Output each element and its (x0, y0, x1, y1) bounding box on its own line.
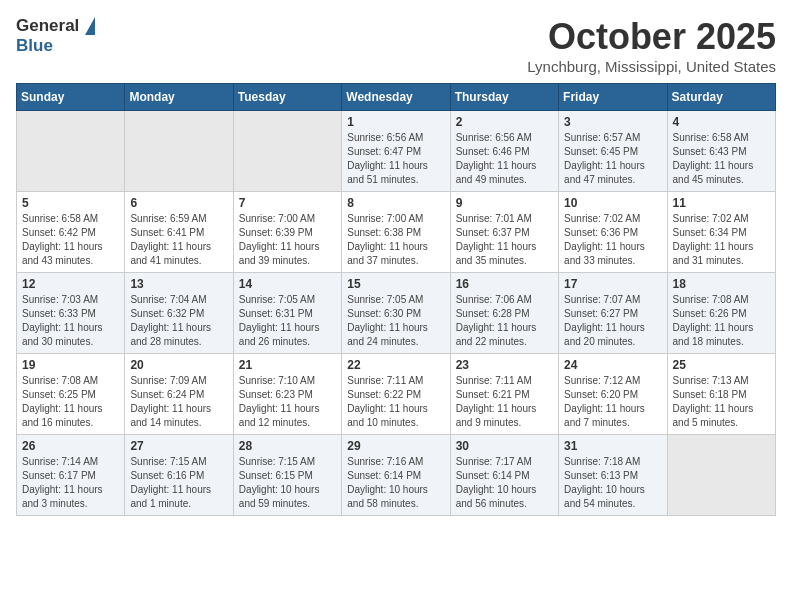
day-number: 2 (456, 115, 553, 129)
cell-info: Sunset: 6:21 PM (456, 388, 553, 402)
cell-info: Daylight: 11 hours and 14 minutes. (130, 402, 227, 430)
cell-info: Sunrise: 7:15 AM (130, 455, 227, 469)
calendar-week-row: 12Sunrise: 7:03 AMSunset: 6:33 PMDayligh… (17, 273, 776, 354)
calendar-table: SundayMondayTuesdayWednesdayThursdayFrid… (16, 83, 776, 516)
calendar-cell (667, 435, 775, 516)
cell-info: Sunset: 6:16 PM (130, 469, 227, 483)
cell-info: Sunrise: 7:14 AM (22, 455, 119, 469)
calendar-cell: 17Sunrise: 7:07 AMSunset: 6:27 PMDayligh… (559, 273, 667, 354)
calendar-cell: 29Sunrise: 7:16 AMSunset: 6:14 PMDayligh… (342, 435, 450, 516)
calendar-cell: 22Sunrise: 7:11 AMSunset: 6:22 PMDayligh… (342, 354, 450, 435)
cell-info: Sunrise: 7:13 AM (673, 374, 770, 388)
calendar-cell: 20Sunrise: 7:09 AMSunset: 6:24 PMDayligh… (125, 354, 233, 435)
cell-info: Sunrise: 7:08 AM (673, 293, 770, 307)
cell-info: Sunset: 6:18 PM (673, 388, 770, 402)
cell-info: Sunset: 6:15 PM (239, 469, 336, 483)
cell-info: Sunrise: 7:17 AM (456, 455, 553, 469)
logo-triangle-icon (85, 17, 95, 35)
cell-info: Daylight: 11 hours and 1 minute. (130, 483, 227, 511)
cell-info: Sunrise: 7:12 AM (564, 374, 661, 388)
cell-info: Sunrise: 7:05 AM (239, 293, 336, 307)
day-number: 8 (347, 196, 444, 210)
calendar-cell: 14Sunrise: 7:05 AMSunset: 6:31 PMDayligh… (233, 273, 341, 354)
day-number: 19 (22, 358, 119, 372)
cell-info: Sunrise: 7:18 AM (564, 455, 661, 469)
weekday-header: Thursday (450, 84, 558, 111)
calendar-cell: 6Sunrise: 6:59 AMSunset: 6:41 PMDaylight… (125, 192, 233, 273)
cell-info: Daylight: 11 hours and 49 minutes. (456, 159, 553, 187)
cell-info: Sunset: 6:30 PM (347, 307, 444, 321)
day-number: 20 (130, 358, 227, 372)
cell-info: Daylight: 10 hours and 59 minutes. (239, 483, 336, 511)
cell-info: Sunrise: 6:58 AM (673, 131, 770, 145)
weekday-header: Friday (559, 84, 667, 111)
cell-info: Sunrise: 7:01 AM (456, 212, 553, 226)
cell-info: Daylight: 10 hours and 58 minutes. (347, 483, 444, 511)
day-number: 14 (239, 277, 336, 291)
cell-info: Daylight: 11 hours and 3 minutes. (22, 483, 119, 511)
cell-info: Sunrise: 6:59 AM (130, 212, 227, 226)
calendar-cell (17, 111, 125, 192)
calendar-week-row: 5Sunrise: 6:58 AMSunset: 6:42 PMDaylight… (17, 192, 776, 273)
cell-info: Sunrise: 6:56 AM (347, 131, 444, 145)
cell-info: Sunset: 6:20 PM (564, 388, 661, 402)
calendar-week-row: 19Sunrise: 7:08 AMSunset: 6:25 PMDayligh… (17, 354, 776, 435)
cell-info: Sunset: 6:45 PM (564, 145, 661, 159)
cell-info: Sunset: 6:26 PM (673, 307, 770, 321)
cell-info: Daylight: 11 hours and 20 minutes. (564, 321, 661, 349)
calendar-cell: 13Sunrise: 7:04 AMSunset: 6:32 PMDayligh… (125, 273, 233, 354)
calendar-cell (125, 111, 233, 192)
location-text: Lynchburg, Mississippi, United States (527, 58, 776, 75)
day-number: 18 (673, 277, 770, 291)
cell-info: Sunrise: 7:02 AM (564, 212, 661, 226)
cell-info: Sunrise: 6:56 AM (456, 131, 553, 145)
day-number: 29 (347, 439, 444, 453)
cell-info: Sunset: 6:23 PM (239, 388, 336, 402)
day-number: 30 (456, 439, 553, 453)
cell-info: Sunrise: 7:03 AM (22, 293, 119, 307)
page-header: General Blue October 2025 Lynchburg, Mis… (16, 16, 776, 75)
day-number: 13 (130, 277, 227, 291)
day-number: 28 (239, 439, 336, 453)
calendar-cell: 31Sunrise: 7:18 AMSunset: 6:13 PMDayligh… (559, 435, 667, 516)
cell-info: Sunrise: 6:57 AM (564, 131, 661, 145)
cell-info: Daylight: 11 hours and 33 minutes. (564, 240, 661, 268)
calendar-cell: 24Sunrise: 7:12 AMSunset: 6:20 PMDayligh… (559, 354, 667, 435)
cell-info: Sunset: 6:41 PM (130, 226, 227, 240)
cell-info: Sunset: 6:14 PM (456, 469, 553, 483)
cell-info: Sunset: 6:27 PM (564, 307, 661, 321)
day-number: 21 (239, 358, 336, 372)
cell-info: Sunrise: 7:16 AM (347, 455, 444, 469)
cell-info: Sunrise: 7:09 AM (130, 374, 227, 388)
cell-info: Sunset: 6:25 PM (22, 388, 119, 402)
cell-info: Sunset: 6:31 PM (239, 307, 336, 321)
day-number: 10 (564, 196, 661, 210)
calendar-cell: 1Sunrise: 6:56 AMSunset: 6:47 PMDaylight… (342, 111, 450, 192)
cell-info: Daylight: 11 hours and 37 minutes. (347, 240, 444, 268)
day-number: 3 (564, 115, 661, 129)
day-number: 1 (347, 115, 444, 129)
weekday-header: Sunday (17, 84, 125, 111)
day-number: 4 (673, 115, 770, 129)
header-row: SundayMondayTuesdayWednesdayThursdayFrid… (17, 84, 776, 111)
cell-info: Sunset: 6:38 PM (347, 226, 444, 240)
cell-info: Daylight: 11 hours and 51 minutes. (347, 159, 444, 187)
weekday-header: Saturday (667, 84, 775, 111)
weekday-header: Wednesday (342, 84, 450, 111)
cell-info: Sunrise: 7:00 AM (239, 212, 336, 226)
calendar-cell: 8Sunrise: 7:00 AMSunset: 6:38 PMDaylight… (342, 192, 450, 273)
cell-info: Sunset: 6:37 PM (456, 226, 553, 240)
day-number: 24 (564, 358, 661, 372)
day-number: 17 (564, 277, 661, 291)
cell-info: Sunrise: 7:07 AM (564, 293, 661, 307)
cell-info: Sunset: 6:42 PM (22, 226, 119, 240)
cell-info: Daylight: 11 hours and 41 minutes. (130, 240, 227, 268)
day-number: 11 (673, 196, 770, 210)
logo-blue-text: Blue (16, 36, 53, 56)
calendar-week-row: 26Sunrise: 7:14 AMSunset: 6:17 PMDayligh… (17, 435, 776, 516)
cell-info: Daylight: 11 hours and 31 minutes. (673, 240, 770, 268)
cell-info: Daylight: 10 hours and 54 minutes. (564, 483, 661, 511)
cell-info: Daylight: 11 hours and 43 minutes. (22, 240, 119, 268)
calendar-cell: 18Sunrise: 7:08 AMSunset: 6:26 PMDayligh… (667, 273, 775, 354)
calendar-cell: 27Sunrise: 7:15 AMSunset: 6:16 PMDayligh… (125, 435, 233, 516)
